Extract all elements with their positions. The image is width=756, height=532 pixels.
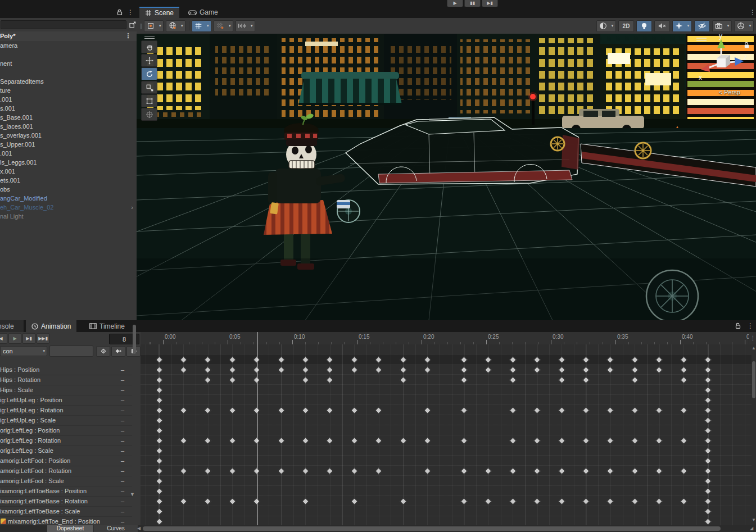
hidden-objects-button[interactable]: [694, 20, 710, 32]
keyframe-diamond[interactable]: [204, 467, 211, 475]
keyframe-diamond[interactable]: [704, 417, 712, 424]
keyframe-diamond[interactable]: [460, 498, 468, 505]
keyframe-diamond[interactable]: [631, 376, 639, 384]
tab-timeline[interactable]: Timeline: [84, 320, 130, 332]
animated-property-row[interactable]: amorig:LeftFoot : Scale–: [0, 476, 132, 486]
keyframe-diamond[interactable]: [582, 498, 590, 505]
rect-tool-button[interactable]: [141, 94, 157, 107]
grid-snap-button[interactable]: ▾: [192, 20, 211, 32]
search-input[interactable]: [1, 20, 126, 29]
scroll-thumb[interactable]: [752, 361, 755, 398]
keyframe-diamond[interactable]: [704, 467, 712, 475]
ruler-menu-icon[interactable]: ⋮: [749, 332, 756, 344]
keyframe-diamond[interactable]: [631, 467, 639, 475]
keyframe-diamond[interactable]: [156, 437, 163, 444]
play-animation-button[interactable]: ▶: [8, 333, 21, 344]
transform-tool-button[interactable]: [141, 108, 157, 121]
draw-mode-button[interactable]: ▾: [596, 20, 616, 32]
keyframe-diamond[interactable]: [558, 498, 565, 505]
keyframe-diamond[interactable]: [229, 437, 236, 444]
keyframe-diamond[interactable]: [558, 366, 565, 374]
toolbar-handle[interactable]: ||: [140, 23, 142, 29]
list-item[interactable]: ets.001: [0, 176, 137, 185]
tab-game[interactable]: Game: [183, 7, 224, 18]
projection-label[interactable]: < Persp: [719, 89, 740, 96]
keyframe-diamond[interactable]: [278, 467, 285, 475]
keyframe-diamond[interactable]: [351, 467, 358, 475]
scene-panel-menu-icon[interactable]: ⋮: [749, 9, 756, 16]
keyframe-diamond[interactable]: [607, 437, 614, 444]
dopesheet-tab-button[interactable]: Dopesheet: [47, 525, 93, 532]
list-item[interactable]: x.001: [0, 167, 137, 176]
keyframe-diamond[interactable]: [180, 467, 187, 475]
keyframe-diamond[interactable]: [375, 366, 382, 374]
keyframe-diamond[interactable]: [509, 376, 517, 384]
keyframe-diamond[interactable]: [704, 488, 712, 495]
keyframe-diamond[interactable]: [326, 437, 333, 444]
keyframe-diamond[interactable]: [278, 407, 285, 414]
scale-tool-button[interactable]: [141, 81, 157, 94]
keyframe-diamond[interactable]: [704, 508, 712, 515]
list-item[interactable]: [0, 50, 137, 59]
keyframe-diamond[interactable]: [558, 437, 565, 444]
chevron-right-icon[interactable]: ›: [131, 203, 133, 212]
keyframe-diamond[interactable]: [582, 366, 590, 374]
list-item[interactable]: s.001: [0, 104, 137, 113]
keyframe-diamond[interactable]: [302, 498, 309, 505]
panel-menu-icon[interactable]: ⋮: [127, 9, 134, 16]
list-item[interactable]: amera: [0, 41, 137, 50]
keyframe-diamond[interactable]: [326, 407, 333, 414]
keyframe-diamond[interactable]: [607, 498, 614, 505]
first-key-button[interactable]: ◀: [0, 333, 7, 344]
keyframe-diamond[interactable]: [351, 366, 358, 374]
last-frame-button[interactable]: ▶▶▮: [37, 333, 49, 344]
keyframe-diamond[interactable]: [655, 407, 663, 414]
scroll-up-icon[interactable]: ▲: [752, 345, 756, 351]
audio-toggle-button[interactable]: [654, 20, 670, 32]
keyframe-diamond[interactable]: [533, 498, 541, 505]
clip-dropdown[interactable]: con ▾: [0, 346, 47, 356]
keyframe-diamond[interactable]: [156, 467, 163, 475]
keyframe-diamond[interactable]: [509, 498, 517, 505]
keyframe-diamond[interactable]: [204, 437, 211, 444]
chevron-down-icon[interactable]: ▾: [205, 21, 211, 31]
keyframe-diamond[interactable]: [204, 376, 211, 384]
keyframe-diamond[interactable]: [680, 407, 687, 414]
keyframe-diamond[interactable]: [460, 467, 468, 475]
overlay-drag-handle[interactable]: [141, 35, 158, 40]
dopesheet-hscrollbar[interactable]: [141, 526, 749, 531]
keyframe-diamond[interactable]: [704, 427, 712, 434]
keyframe-diamond[interactable]: [607, 407, 614, 414]
timeline-ruler[interactable]: 0:000:050:100:150:200:250:300:350:400:45: [141, 332, 749, 345]
keyframe-diamond[interactable]: [229, 407, 236, 414]
keyframe-diamond[interactable]: [704, 387, 712, 394]
keyframe-diamond[interactable]: [631, 437, 639, 444]
chevron-down-icon[interactable]: ▾: [157, 21, 163, 31]
keyframe-diamond[interactable]: [375, 437, 382, 444]
keyframe-diamond[interactable]: [655, 437, 663, 444]
animated-property-row[interactable]: Hips : Position–: [0, 365, 132, 375]
keyframe-diamond[interactable]: [680, 437, 687, 444]
add-keyframe-button[interactable]: [111, 346, 125, 357]
scroll-down-icon[interactable]: ▼: [130, 492, 135, 497]
keyframe-diamond[interactable]: [533, 407, 541, 414]
keyframe-diamond[interactable]: [424, 437, 431, 444]
keyframe-diamond[interactable]: [655, 366, 663, 374]
keyframe-diamond[interactable]: [229, 376, 236, 384]
list-item[interactable]: obs: [0, 185, 137, 194]
chevron-down-icon[interactable]: ▾: [248, 21, 255, 31]
animated-property-row[interactable]: ig:LeftUpLeg : Rotation–: [0, 405, 132, 416]
keyframe-diamond[interactable]: [156, 417, 163, 424]
keyframe-diamond[interactable]: [704, 447, 712, 454]
keyframe-diamond[interactable]: [180, 437, 187, 444]
list-item[interactable]: ture: [0, 86, 137, 95]
dopesheet[interactable]: [141, 344, 752, 525]
keyframe-diamond[interactable]: [424, 407, 431, 414]
keyframe-diamond[interactable]: [351, 437, 358, 444]
animated-property-row[interactable]: ig:LeftUpLeg : Scale–: [0, 415, 132, 426]
keyframe-diamond[interactable]: [424, 467, 431, 475]
animated-property-row[interactable]: Hips : Rotation–: [0, 375, 132, 385]
keyframe-diamond[interactable]: [156, 366, 163, 374]
keyframe-diamond[interactable]: [509, 366, 517, 374]
keyframe-diamond[interactable]: [156, 508, 163, 515]
